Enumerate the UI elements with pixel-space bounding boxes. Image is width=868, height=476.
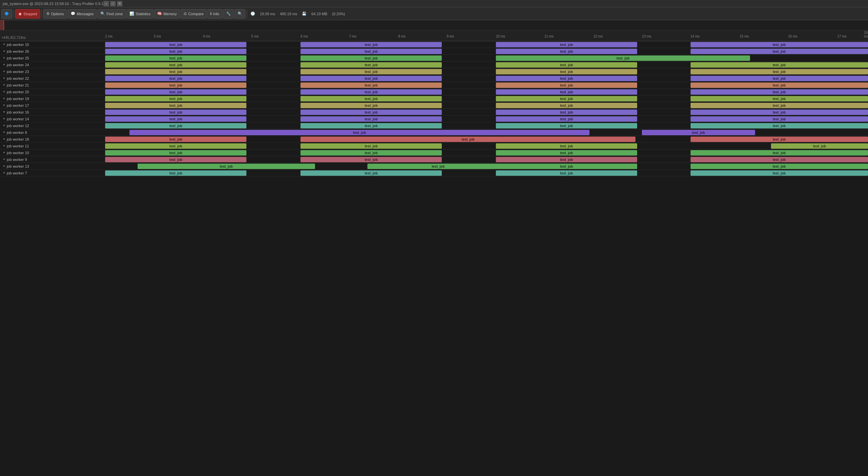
job-span[interactable]: test_job bbox=[300, 150, 442, 156]
job-span[interactable]: test_job bbox=[496, 170, 637, 176]
worker-row[interactable]: ▼job worker 12test_jobtest_jobtest_jobte… bbox=[0, 122, 868, 129]
job-span[interactable]: test_job bbox=[105, 123, 246, 128]
job-span[interactable]: test_job bbox=[105, 96, 246, 101]
job-span[interactable]: test_job bbox=[105, 42, 246, 47]
job-span[interactable]: test_job bbox=[496, 96, 637, 101]
maximize-button[interactable]: □ bbox=[110, 1, 116, 6]
job-span[interactable]: test_job bbox=[691, 150, 868, 156]
job-span[interactable]: test_job bbox=[496, 116, 637, 122]
job-span[interactable]: test_job bbox=[300, 42, 442, 47]
job-span[interactable]: test_job bbox=[105, 55, 246, 61]
worker-row[interactable]: ▼job worker 19test_jobtest_jobtest_jobte… bbox=[0, 95, 868, 102]
job-span[interactable]: test_job bbox=[300, 103, 442, 108]
job-span[interactable]: test_job bbox=[496, 150, 637, 156]
compare-button[interactable]: ⚖ Compare bbox=[180, 9, 207, 19]
stopped-button[interactable]: ⏹ Stopped bbox=[15, 9, 40, 19]
job-span[interactable]: test_job bbox=[105, 76, 246, 81]
messages-button[interactable]: 💬 Messages bbox=[68, 9, 97, 19]
job-span[interactable]: test_job bbox=[300, 96, 442, 101]
job-span[interactable]: test_job bbox=[496, 89, 637, 95]
job-span[interactable]: test_job bbox=[105, 116, 246, 122]
worker-row[interactable]: ▼job worker 17test_jobtest_jobtest_jobte… bbox=[0, 102, 868, 109]
tools-button[interactable]: 🔧 bbox=[223, 9, 234, 19]
job-span[interactable]: test_job bbox=[105, 170, 246, 176]
worker-row[interactable]: ▼job worker 23test_jobtest_jobtest_jobte… bbox=[0, 68, 868, 75]
job-span[interactable]: test_job bbox=[105, 49, 246, 54]
job-span[interactable]: test_job bbox=[105, 150, 246, 156]
job-span[interactable]: test_job bbox=[771, 143, 868, 149]
job-span[interactable]: test_job bbox=[691, 137, 868, 142]
worker-row[interactable]: ▼job worker 25test_jobtest_jobtest_job bbox=[0, 55, 868, 62]
job-span[interactable]: test_job bbox=[496, 82, 637, 88]
job-span[interactable]: test_job bbox=[300, 143, 442, 149]
job-span[interactable]: test_job bbox=[105, 89, 246, 95]
job-span[interactable]: test_job bbox=[691, 76, 868, 81]
job-span[interactable]: test_job bbox=[691, 69, 868, 74]
info-button[interactable]: ℹ Info bbox=[207, 9, 222, 19]
search-button[interactable]: 🔍 bbox=[235, 9, 245, 19]
job-span[interactable]: test_job bbox=[691, 116, 868, 122]
job-span[interactable]: test_job bbox=[691, 110, 868, 115]
job-span[interactable]: test_job bbox=[105, 110, 246, 115]
worker-row[interactable]: ▼job worker 21test_jobtest_jobtest_jobte… bbox=[0, 82, 868, 89]
job-span[interactable]: test_job bbox=[105, 82, 246, 88]
preview-bar[interactable] bbox=[0, 20, 868, 30]
job-span[interactable]: test_job bbox=[496, 103, 637, 108]
minimize-button[interactable]: – bbox=[103, 1, 109, 6]
job-span[interactable]: test_job bbox=[300, 170, 442, 176]
job-span[interactable]: test_job bbox=[300, 123, 442, 128]
job-span[interactable]: test_job bbox=[691, 96, 868, 101]
worker-row[interactable]: ▼job worker 10test_jobtest_jobtest_jobte… bbox=[0, 149, 868, 156]
job-span[interactable]: test_job bbox=[300, 62, 442, 68]
job-span[interactable]: test_job bbox=[138, 164, 315, 169]
worker-row[interactable]: ▼job worker 15test_jobtest_jobtest_jobte… bbox=[0, 41, 868, 48]
job-span[interactable]: test_job bbox=[105, 103, 246, 108]
job-span[interactable]: test_job bbox=[642, 130, 755, 135]
logo-button[interactable]: 🔷 bbox=[1, 9, 12, 19]
job-span[interactable]: test_job bbox=[496, 157, 637, 162]
job-span[interactable]: test_job bbox=[691, 103, 868, 108]
job-span[interactable]: test_job bbox=[105, 62, 246, 68]
job-span[interactable]: test_job bbox=[300, 116, 442, 122]
find-zone-button[interactable]: 🔍 Find zone bbox=[97, 9, 126, 19]
job-span[interactable]: test_job bbox=[105, 143, 246, 149]
job-span[interactable]: test_job bbox=[691, 164, 868, 169]
worker-row[interactable]: ▼job worker 13test_jobtest_jobtest_jobte… bbox=[0, 163, 868, 170]
job-span[interactable]: test_job bbox=[691, 89, 868, 95]
job-span[interactable]: test_job bbox=[496, 49, 637, 54]
job-span[interactable]: test_job bbox=[105, 157, 246, 162]
job-span[interactable]: test_job bbox=[496, 123, 637, 128]
worker-row[interactable]: ▼job worker 18test_jobtest_jobtest_job bbox=[0, 136, 868, 143]
job-span[interactable]: test_job bbox=[300, 89, 442, 95]
job-span[interactable]: test_job bbox=[496, 69, 637, 74]
job-span[interactable]: test_job bbox=[691, 49, 868, 54]
job-span[interactable]: test_job bbox=[496, 42, 637, 47]
job-span[interactable]: test_job bbox=[691, 82, 868, 88]
job-span[interactable]: test_job bbox=[300, 69, 442, 74]
worker-row[interactable]: ▼job worker 22test_jobtest_jobtest_jobte… bbox=[0, 75, 868, 82]
worker-row[interactable]: ▼job worker 20test_jobtest_jobtest_jobte… bbox=[0, 89, 868, 95]
job-span[interactable]: test_job bbox=[691, 42, 868, 47]
job-span[interactable]: test_job bbox=[105, 137, 246, 142]
job-span[interactable]: test_job bbox=[496, 62, 637, 68]
job-span[interactable]: test_job bbox=[691, 62, 868, 68]
statistics-button[interactable]: 📊 Statistics bbox=[126, 9, 153, 19]
worker-row[interactable]: ▼job worker 8test_jobtest_job bbox=[0, 129, 868, 136]
job-span[interactable]: test_job bbox=[496, 143, 637, 149]
job-span[interactable]: test_job bbox=[496, 76, 637, 81]
job-span[interactable]: test_job bbox=[691, 123, 868, 128]
job-span[interactable]: test_job bbox=[300, 157, 442, 162]
job-span[interactable]: test_job bbox=[300, 110, 442, 115]
worker-row[interactable]: ▼job worker 24test_jobtest_jobtest_jobte… bbox=[0, 62, 868, 68]
job-span[interactable]: test_job bbox=[129, 130, 589, 135]
job-span[interactable]: test_job bbox=[496, 55, 750, 61]
worker-row[interactable]: ▼job worker 7test_jobtest_jobtest_jobtes… bbox=[0, 170, 868, 176]
job-span[interactable]: test_job bbox=[691, 170, 868, 176]
job-span[interactable]: test_job bbox=[496, 164, 637, 169]
close-button[interactable]: ✕ bbox=[117, 1, 122, 6]
options-button[interactable]: ⚙ Options bbox=[43, 9, 67, 19]
job-span[interactable]: test_job bbox=[300, 49, 442, 54]
worker-row[interactable]: ▼job worker 16test_jobtest_jobtest_jobte… bbox=[0, 109, 868, 116]
job-span[interactable]: test_job bbox=[367, 164, 509, 169]
job-span[interactable]: test_job bbox=[300, 55, 442, 61]
